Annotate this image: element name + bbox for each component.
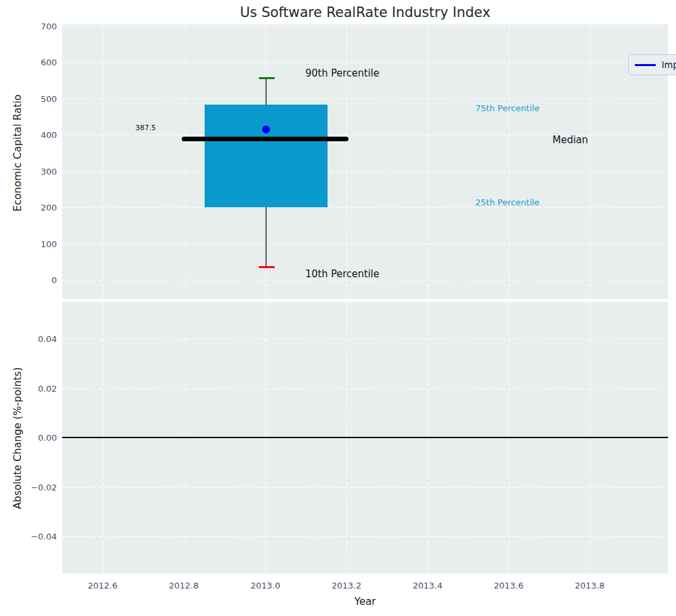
ytick-neg0-02: −0.02 bbox=[31, 482, 57, 492]
gridline-h-0 bbox=[62, 280, 668, 281]
p10-annotation: 10th Percentile bbox=[305, 268, 379, 280]
chart-title: Us Software RealRate Industry Index bbox=[62, 5, 668, 20]
ytick-0-04: 0.04 bbox=[38, 334, 57, 344]
ytick-600: 600 bbox=[41, 58, 57, 67]
xtick-2012-6: 2012.6 bbox=[88, 581, 118, 590]
ytick-0-02: 0.02 bbox=[38, 383, 57, 393]
ytick-100: 100 bbox=[41, 239, 57, 249]
gridline-h-200 bbox=[62, 207, 668, 208]
median-value-annotation: 387.5 bbox=[135, 124, 156, 132]
top-y-axis-label: Economic Capital Ratio bbox=[12, 94, 24, 211]
p75-annotation: 75th Percentile bbox=[475, 103, 539, 113]
gridline-v-2012-8 bbox=[184, 24, 184, 299]
legend: Imperva INC bbox=[628, 54, 676, 75]
interquartile-box bbox=[205, 105, 328, 207]
gridline-h-100 bbox=[62, 244, 668, 245]
gridline-v-2013-8 bbox=[590, 24, 590, 299]
median-line bbox=[182, 137, 348, 141]
ytick-0: 0 bbox=[52, 275, 57, 285]
cap-90th-percentile bbox=[259, 77, 275, 79]
gridline-v-2013-4 bbox=[428, 24, 428, 299]
xtick-2013-0: 2013.0 bbox=[250, 581, 280, 590]
x-axis-label: Year bbox=[62, 596, 668, 607]
gridline-v-2012-6 bbox=[103, 24, 103, 299]
xtick-2013-8: 2013.8 bbox=[575, 581, 605, 590]
ytick-300: 300 bbox=[41, 167, 57, 177]
cap-10th-percentile bbox=[259, 266, 275, 268]
gridline-v-2013-6 bbox=[509, 24, 509, 299]
whisker-lower bbox=[265, 207, 267, 267]
gridline-h-neg0-04 bbox=[62, 536, 668, 537]
xtick-2013-6: 2013.6 bbox=[494, 581, 524, 590]
xtick-2013-4: 2013.4 bbox=[413, 581, 443, 590]
gridline-h-700 bbox=[62, 26, 668, 27]
imperva-marker-dot bbox=[262, 126, 270, 133]
median-annotation: Median bbox=[552, 134, 588, 146]
ytick-0-00: 0.00 bbox=[38, 433, 57, 443]
ytick-500: 500 bbox=[41, 94, 57, 104]
p25-annotation: 25th Percentile bbox=[475, 197, 539, 207]
xtick-2013-2: 2013.2 bbox=[331, 581, 362, 590]
gridline-h-0-02 bbox=[62, 388, 668, 389]
gridline-v-2013-2 bbox=[346, 24, 347, 299]
whisker-upper bbox=[265, 78, 267, 105]
chart-figure: Us Software RealRate Industry Index Impe… bbox=[0, 0, 676, 616]
gridline-h-600 bbox=[62, 62, 668, 63]
bottom-subplot bbox=[62, 302, 668, 573]
xtick-2012-8: 2012.8 bbox=[169, 581, 199, 590]
p90-annotation: 90th Percentile bbox=[305, 67, 379, 79]
gridline-h-500 bbox=[62, 99, 668, 99]
ytick-400: 400 bbox=[41, 130, 57, 140]
zero-reference-line bbox=[62, 437, 668, 438]
top-subplot: Imperva INC bbox=[62, 24, 668, 299]
ytick-200: 200 bbox=[41, 203, 57, 213]
ytick-700: 700 bbox=[41, 22, 57, 31]
legend-label: Imperva INC bbox=[662, 60, 676, 70]
ytick-neg0-04: −0.04 bbox=[31, 532, 57, 541]
bottom-y-axis-label: Absolute Change (%-points) bbox=[12, 368, 24, 509]
gridline-h-300 bbox=[62, 171, 668, 172]
gridline-h-0-04 bbox=[62, 339, 668, 339]
legend-line-icon bbox=[635, 64, 656, 66]
gridline-h-neg0-02 bbox=[62, 487, 668, 488]
